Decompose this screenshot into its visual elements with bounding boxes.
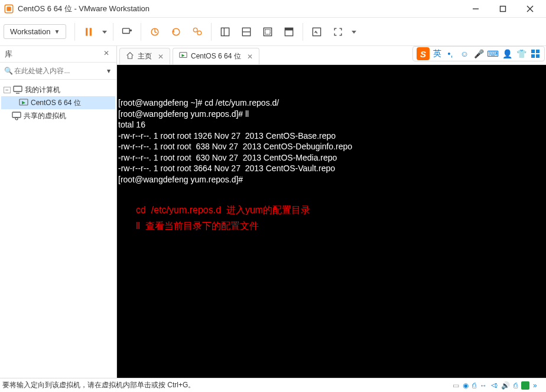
ime-user-icon[interactable]: 👤 (502, 48, 512, 59)
unity-mode-button[interactable] (307, 22, 327, 42)
view-thumbnail-button[interactable] (258, 22, 278, 42)
tree-item-centos[interactable]: CentOS 6 64 位 (1, 96, 115, 109)
printer-icon[interactable]: ⎙ (514, 381, 518, 390)
tab-vm-centos[interactable]: CentOS 6 64 位 ✕ (173, 48, 259, 64)
tab-close-icon[interactable]: ✕ (247, 53, 253, 61)
tray-menu-icon[interactable]: » (533, 381, 542, 390)
tab-close-icon[interactable]: ✕ (158, 53, 164, 61)
chevron-down-icon: ▼ (54, 28, 60, 35)
ime-face-icon[interactable]: ☺ (459, 48, 470, 59)
fullscreen-dropdown[interactable] (349, 22, 359, 42)
minimize-button[interactable] (462, 0, 489, 18)
view-split-button[interactable] (236, 22, 256, 42)
annotation-overlay: cd /etc/yum.repos.d 进入yum的配置目录 ll 查看当前目录… (136, 202, 545, 234)
svg-rect-25 (14, 86, 22, 92)
pause-button[interactable] (79, 22, 99, 42)
ime-toolbar[interactable]: S 英 •, ☺ 🎤 ⌨ 👤 👕 (412, 46, 545, 61)
sidebar-title: 库 (5, 49, 101, 60)
disk-icon[interactable]: ▭ (453, 381, 459, 390)
view-console-button[interactable] (279, 22, 299, 42)
tab-label: CentOS 6 64 位 (191, 51, 241, 61)
home-icon (126, 51, 134, 61)
svg-rect-32 (536, 50, 540, 53)
toolbar-separator (141, 23, 141, 41)
tree-label: 共享的虚拟机 (24, 111, 66, 121)
tab-home[interactable]: 主页 ✕ (119, 48, 170, 64)
status-bar: 要将输入定向到该虚拟机，请在虚拟机内部单击或按 Ctrl+G。 ▭ ◉ ⎙ ↔ … (0, 378, 546, 392)
close-button[interactable] (516, 0, 544, 18)
floppy-icon[interactable]: ⎙ (472, 381, 476, 390)
terminal-output: [root@wangdefeng ~]# cd /etc/yum.repos.d… (118, 98, 352, 184)
computer-icon (13, 85, 22, 94)
window-title: CentOS 6 64 位 - VMware Workstation (18, 4, 462, 14)
main-toolbar: Workstation ▼ (0, 18, 546, 46)
sogou-logo-icon: S (417, 47, 430, 60)
svg-marker-24 (352, 31, 356, 34)
svg-point-14 (197, 31, 202, 35)
tree-item-shared[interactable]: 共享的虚拟机 (1, 109, 115, 122)
library-tree: − 我的计算机 CentOS 6 64 位 共享的虚拟机 (0, 80, 116, 126)
svg-point-13 (194, 28, 198, 32)
ime-lang-button[interactable]: 英 (433, 48, 441, 59)
revert-snapshot-button[interactable] (166, 22, 186, 42)
status-message: 要将输入定向到该虚拟机，请在虚拟机内部单击或按 Ctrl+G。 (0, 380, 453, 390)
svg-rect-33 (531, 54, 535, 58)
vmware-app-icon (4, 4, 14, 14)
vm-console-terminal[interactable]: [root@wangdefeng ~]# cd /etc/yum.repos.d… (117, 65, 546, 378)
svg-rect-15 (222, 28, 229, 35)
snapshot-button[interactable] (145, 22, 165, 42)
usb-icon[interactable]: ⏿ (490, 381, 498, 390)
workstation-menu[interactable]: Workstation ▼ (4, 24, 66, 39)
svg-marker-8 (102, 31, 107, 34)
view-single-button[interactable] (215, 22, 235, 42)
ime-mic-icon[interactable]: 🎤 (473, 48, 484, 59)
display-indicator-icon[interactable] (521, 381, 529, 390)
device-tray: ▭ ◉ ⎙ ↔ ⏿ 🔊 ⎙ » (453, 381, 546, 390)
tree-root-my-computer[interactable]: − 我的计算机 (1, 83, 115, 96)
svg-rect-9 (123, 28, 130, 33)
svg-rect-29 (12, 112, 21, 117)
tab-label: 主页 (138, 51, 152, 61)
network-icon[interactable]: ↔ (480, 381, 487, 390)
send-keys-button[interactable] (117, 22, 137, 42)
search-dropdown-icon[interactable]: ▾ (104, 67, 113, 75)
snapshot-manager-button[interactable] (187, 22, 207, 42)
search-icon: 🔍 (4, 67, 13, 75)
shared-vm-icon (12, 111, 21, 120)
sound-icon[interactable]: 🔊 (501, 381, 510, 390)
ime-toolbox-icon[interactable] (530, 48, 541, 59)
sidebar-search[interactable]: 🔍 ▾ (0, 63, 116, 80)
ime-skin-icon[interactable]: 👕 (516, 48, 526, 59)
svg-marker-28 (22, 101, 25, 104)
toolbar-separator (303, 23, 303, 41)
workstation-menu-label: Workstation (10, 27, 50, 36)
vm-running-icon (19, 98, 28, 107)
content-area: S 英 •, ☺ 🎤 ⌨ 👤 👕 主页 ✕ CentOS 6 64 位 ✕ [r… (117, 46, 546, 378)
tree-label: 我的计算机 (25, 85, 60, 95)
ime-keyboard-icon[interactable]: ⌨ (488, 48, 498, 59)
svg-rect-1 (6, 6, 11, 11)
search-input[interactable] (13, 65, 104, 77)
sidebar-close-button[interactable]: ✕ (101, 49, 112, 60)
ime-punct-icon[interactable]: •, (445, 48, 456, 59)
vm-running-icon (179, 51, 187, 61)
title-bar: CentOS 6 64 位 - VMware Workstation (0, 0, 546, 18)
svg-rect-34 (536, 54, 540, 58)
maximize-button[interactable] (489, 0, 516, 18)
power-dropdown[interactable] (100, 22, 109, 42)
toolbar-separator (211, 23, 212, 41)
svg-rect-3 (500, 6, 506, 11)
expand-icon[interactable]: − (4, 87, 11, 93)
library-sidebar: 库 ✕ 🔍 ▾ − 我的计算机 CentOS 6 64 位 共享的虚拟机 (0, 46, 117, 378)
toolbar-separator (113, 23, 113, 41)
svg-rect-7 (90, 28, 92, 35)
svg-rect-6 (86, 28, 87, 35)
fullscreen-button[interactable] (328, 22, 348, 42)
tree-label: CentOS 6 64 位 (31, 98, 81, 108)
toolbar-separator (74, 23, 75, 41)
main-area: 库 ✕ 🔍 ▾ − 我的计算机 CentOS 6 64 位 共享的虚拟机 (0, 46, 546, 378)
svg-rect-22 (285, 28, 293, 30)
cdrom-icon[interactable]: ◉ (463, 381, 469, 390)
svg-marker-36 (181, 54, 184, 57)
svg-rect-23 (313, 28, 321, 35)
